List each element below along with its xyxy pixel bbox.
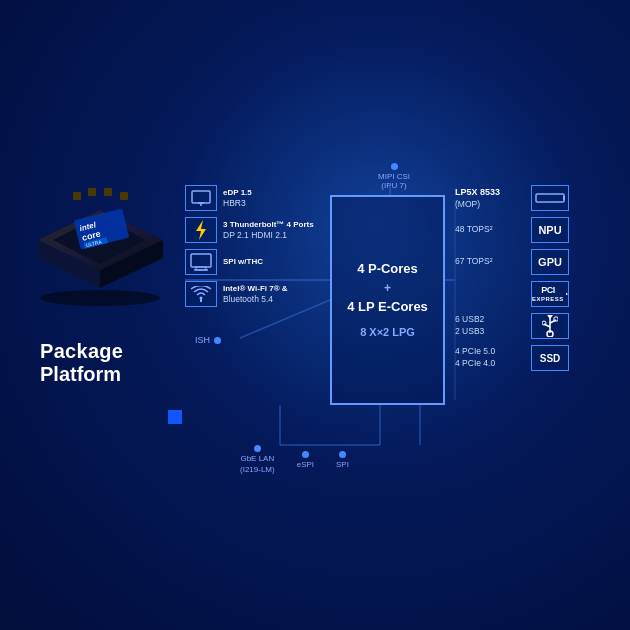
svg-rect-20 <box>191 254 211 267</box>
wifi-row: Intel® Wi-Fi 7® & Bluetooth 5.4 <box>185 281 314 307</box>
thunderbolt-icon <box>185 217 217 243</box>
mipi-dot <box>391 163 398 170</box>
right-connectors: LP5X 8533 (MOP) 48 TOPS² NPU 67 TOPS² <box>455 185 569 371</box>
svg-marker-29 <box>547 315 553 319</box>
gpu-icon: GPU <box>531 249 569 275</box>
svg-rect-24 <box>536 194 564 202</box>
lp5x-icon <box>531 185 569 211</box>
svg-point-1 <box>40 290 160 306</box>
pci-icon: PCI EXPRESS <box>531 281 569 307</box>
main-container: intel core ULTRA Package Platform <box>0 0 630 630</box>
spi-label: SPI w/THC <box>223 256 263 267</box>
package-label-line2: Platform <box>40 363 123 386</box>
usb-label: 6 USB2 2 USB3 <box>455 314 525 338</box>
cpu-text: 4 P-Cores + 4 LP E-Cores 8 X×2 LPG <box>347 259 428 341</box>
wifi-icon <box>185 281 217 307</box>
lp5x-row: LP5X 8533 (MOP) <box>455 185 569 211</box>
mipi-label: MIPI CSI (IPU 7) <box>378 163 410 190</box>
package-label-line1: Package <box>40 340 123 363</box>
svg-rect-7 <box>73 192 81 200</box>
npu-row: 48 TOPS² NPU <box>455 217 569 243</box>
thunderbolt-row: 3 Thunderbolt™ 4 Ports DP 2.1 HDMI 2.1 <box>185 217 314 243</box>
svg-marker-27 <box>566 293 568 296</box>
ssd-icon: SSD <box>531 345 569 371</box>
thunderbolt-label: 3 Thunderbolt™ 4 Ports DP 2.1 HDMI 2.1 <box>223 219 314 241</box>
espi-label: eSPI <box>297 451 314 469</box>
pcie-row: PCI EXPRESS <box>455 281 569 307</box>
ish-label: ISH <box>195 335 221 345</box>
spi-dot <box>339 451 346 458</box>
spi-bottom-label: SPI <box>336 451 349 469</box>
wifi-label: Intel® Wi-Fi 7® & Bluetooth 5.4 <box>223 283 288 305</box>
ssd-row: 4 PCIe 5.0 4 PCIe 4.0 SSD <box>455 345 569 371</box>
left-connectors: eDP 1.5 HBR3 3 Thunderbolt™ 4 Ports DP 2… <box>185 185 314 307</box>
ish-dot <box>214 337 221 344</box>
edp-label: eDP 1.5 HBR3 <box>223 187 252 209</box>
blue-accent-square <box>168 410 182 424</box>
monitor-icon <box>185 185 217 211</box>
gpu-row: 67 TOPS² GPU <box>455 249 569 275</box>
edp-row: eDP 1.5 HBR3 <box>185 185 314 211</box>
gpu-label: 67 TOPS² <box>455 256 525 268</box>
usb-icon <box>531 313 569 339</box>
usb-row: 6 USB2 2 USB3 <box>455 313 569 339</box>
gbe-dot <box>254 445 261 452</box>
svg-rect-8 <box>88 188 96 196</box>
cpu-block: 4 P-Cores + 4 LP E-Cores 8 X×2 LPG <box>330 195 445 405</box>
ssd-label: 4 PCIe 5.0 4 PCIe 4.0 <box>455 346 525 370</box>
bottom-labels: GbE LAN (I219-LM) eSPI SPI <box>240 445 349 474</box>
pci-text: PCI EXPRESS <box>532 286 564 302</box>
computer-icon <box>185 249 217 275</box>
espi-dot <box>302 451 309 458</box>
svg-rect-10 <box>120 192 128 200</box>
npu-icon: NPU <box>531 217 569 243</box>
svg-rect-25 <box>563 196 565 200</box>
svg-marker-19 <box>196 220 206 240</box>
svg-rect-16 <box>192 191 210 203</box>
lp5x-label: LP5X 8533 (MOP) <box>455 186 525 211</box>
package-label: Package Platform <box>40 340 123 386</box>
svg-rect-9 <box>104 188 112 196</box>
chip-graphic: intel core ULTRA <box>18 140 183 314</box>
spi-row: SPI w/THC <box>185 249 314 275</box>
svg-point-23 <box>200 297 203 300</box>
npu-label: 48 TOPS² <box>455 224 525 236</box>
gbe-label: GbE LAN (I219-LM) <box>240 445 275 474</box>
